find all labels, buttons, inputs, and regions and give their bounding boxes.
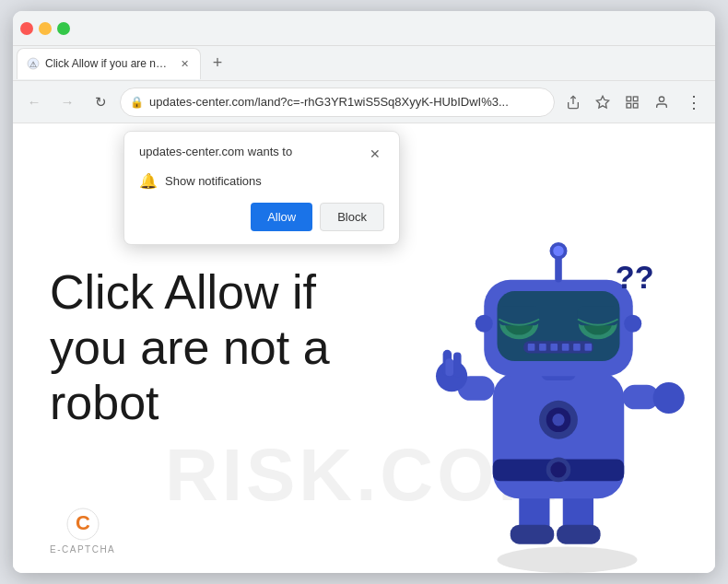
svg-rect-46 (555, 256, 562, 283)
svg-point-8 (659, 97, 663, 101)
menu-button[interactable]: ⋮ (680, 88, 708, 116)
tab-title: Click Allow if you are not a robot (45, 57, 170, 70)
back-button[interactable]: ← (20, 88, 48, 116)
tab-close-button[interactable]: ✕ (179, 56, 191, 71)
address-bar-row: ← → ↻ 🔒 updates-center.com/land?c=-rhG3Y… (13, 81, 715, 123)
svg-rect-41 (539, 344, 546, 351)
url-text: updates-center.com/land?c=-rhG3YR1wiS5Sq… (149, 95, 545, 109)
window-maximize-button[interactable] (57, 22, 70, 35)
popup-notification-option: 🔔 Show notifications (139, 172, 384, 190)
tab-favicon: ⚠ (27, 57, 40, 70)
svg-point-20 (552, 414, 564, 426)
window-controls (20, 22, 70, 35)
svg-point-27 (653, 382, 685, 414)
popup-option-label: Show notifications (165, 174, 262, 188)
svg-point-17 (550, 461, 566, 477)
ecaptcha-label: E-CAPTCHA (50, 544, 115, 555)
svg-rect-25 (445, 358, 453, 376)
svg-rect-13 (557, 525, 601, 544)
svg-text:⚠: ⚠ (29, 60, 37, 69)
svg-rect-7 (627, 103, 631, 108)
address-actions (560, 89, 675, 115)
window-minimize-button[interactable] (39, 22, 52, 35)
svg-text:??: ?? (616, 260, 654, 295)
svg-rect-6 (633, 103, 638, 108)
notification-popup: updates-center.com wants to ✕ 🔔 Show not… (123, 131, 400, 245)
svg-point-30 (476, 315, 493, 333)
popup-buttons: Allow Block (139, 203, 384, 231)
popup-header: updates-center.com wants to ✕ (139, 145, 384, 163)
svg-text:C: C (76, 511, 90, 534)
lock-icon: 🔒 (130, 96, 144, 109)
address-bar[interactable]: 🔒 updates-center.com/land?c=-rhG3YR1wiS5… (120, 88, 555, 117)
tab-bar: ⚠ Click Allow if you are not a robot ✕ + (13, 46, 715, 81)
main-heading: Click Allow ifyou are not arobot (50, 265, 330, 430)
reload-button[interactable]: ↻ (87, 88, 114, 116)
extensions-button[interactable] (619, 89, 645, 115)
browser-window: ⚠ Click Allow if you are not a robot ✕ +… (13, 11, 715, 573)
svg-rect-43 (562, 344, 569, 351)
svg-rect-40 (528, 344, 535, 351)
popup-title: updates-center.com wants to (139, 145, 292, 158)
share-button[interactable] (560, 89, 586, 115)
content-area: Click Allow ifyou are not arobot RISK.CO… (13, 123, 715, 573)
svg-rect-4 (627, 97, 631, 101)
svg-rect-44 (573, 344, 581, 351)
block-button[interactable]: Block (320, 203, 384, 231)
svg-rect-5 (633, 97, 638, 101)
new-tab-button[interactable]: + (205, 51, 230, 76)
profile-button[interactable] (649, 89, 675, 115)
popup-close-button[interactable]: ✕ (366, 145, 384, 163)
window-close-button[interactable] (20, 22, 33, 35)
svg-rect-42 (550, 344, 558, 351)
ecaptcha-logo: C E-CAPTCHA (50, 508, 115, 555)
svg-rect-12 (511, 525, 555, 544)
title-bar (13, 11, 715, 46)
allow-button[interactable]: Allow (251, 203, 312, 231)
bookmark-button[interactable] (590, 89, 616, 115)
svg-point-48 (553, 246, 563, 256)
svg-point-31 (624, 315, 641, 333)
svg-marker-3 (596, 96, 608, 108)
active-tab[interactable]: ⚠ Click Allow if you are not a robot ✕ (17, 48, 201, 79)
bell-icon: 🔔 (139, 172, 158, 190)
svg-rect-24 (453, 353, 462, 378)
forward-button[interactable]: → (53, 88, 81, 116)
robot-illustration: ?? (420, 223, 697, 573)
svg-point-9 (498, 547, 638, 574)
svg-rect-45 (585, 344, 593, 351)
